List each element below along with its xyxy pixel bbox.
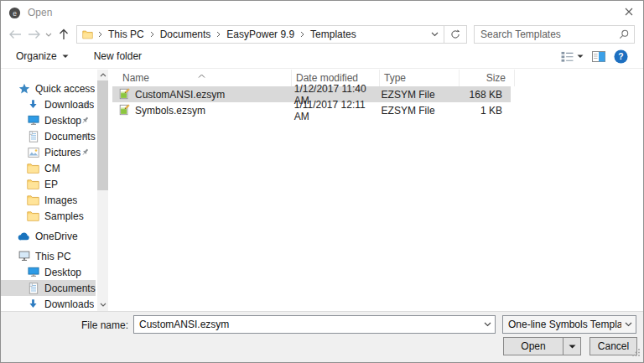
sidebar-item-images[interactable]: Images <box>1 192 96 208</box>
sidebar-item-label: EP <box>44 179 58 190</box>
file-name-dropdown-chevron-icon[interactable] <box>480 322 495 327</box>
file-type: EZSYM File <box>377 102 456 118</box>
sidebar-item-label: Documents <box>44 283 96 294</box>
desktop-icon <box>27 114 39 127</box>
search-box <box>474 25 635 44</box>
refresh-button[interactable] <box>444 25 467 44</box>
file-name-combobox <box>133 315 496 334</box>
downloads-icon <box>27 298 39 310</box>
breadcrumb-segment-documents[interactable]: Documents <box>158 29 213 40</box>
file-size: 1 KB <box>456 102 511 118</box>
folder-icon <box>27 178 39 190</box>
sidebar-list: Quick accessDownloadsDesktopDocumentsPic… <box>1 80 112 311</box>
address-bar: This PCDocumentsEasyPower 9.9Templates <box>1 24 643 44</box>
pin-icon <box>80 100 90 110</box>
file-date: 1/11/2017 12:11 AM <box>290 102 377 118</box>
sidebar-item-label: Samples <box>44 210 84 222</box>
breadcrumb-separator-icon <box>94 31 106 38</box>
search-icon <box>614 29 634 39</box>
sidebar-item-samples[interactable]: Samples <box>1 208 96 224</box>
this-pc-icon <box>18 250 30 262</box>
new-folder-button[interactable]: New folder <box>94 50 142 62</box>
open-button[interactable]: Open <box>503 337 564 355</box>
breadcrumb: This PCDocumentsEasyPower 9.9Templates <box>94 29 427 40</box>
file-name: CustomANSI.ezsym <box>135 89 225 101</box>
sidebar-item-cm[interactable]: CM <box>1 160 96 176</box>
scroll-up-icon[interactable] <box>97 70 108 80</box>
views-chevron-icon <box>577 54 584 59</box>
column-headers: Name Date modified Type Size <box>112 70 643 86</box>
titlebar: e Open <box>1 1 643 24</box>
file-list: Name Date modified Type Size CustomANSI.… <box>112 70 643 311</box>
column-header-name[interactable]: Name <box>112 70 292 86</box>
up-button[interactable] <box>54 25 73 44</box>
sidebar-item-label: Downloads <box>44 298 94 310</box>
recent-locations-chevron-icon[interactable] <box>44 25 54 44</box>
breadcrumb-segment-this-pc[interactable]: This PC <box>106 29 146 40</box>
help-button[interactable]: ? <box>614 49 628 64</box>
search-input[interactable] <box>475 29 614 40</box>
dialog-footer: File name: One-line Symbols Template Fil… <box>1 311 643 362</box>
cancel-button[interactable]: Cancel <box>589 337 637 355</box>
breadcrumb-separator-icon <box>212 31 225 38</box>
file-type-dropdown[interactable]: One-line Symbols Template File <box>502 315 636 334</box>
window-title: Open <box>28 7 52 18</box>
sidebar-item-label: Images <box>44 194 77 206</box>
sidebar-item-label: This PC <box>35 251 71 262</box>
ezsym-file-icon <box>118 88 131 101</box>
organize-button[interactable]: Organize <box>16 50 69 62</box>
sidebar-item-quick-access[interactable]: Quick access <box>1 80 96 96</box>
svg-text:e: e <box>13 8 17 17</box>
address-dropdown-chevron-icon[interactable] <box>427 32 444 37</box>
open-dialog: e Open This PCDocumentsEasyPower 9.9Temp… <box>0 0 644 363</box>
file-name-input[interactable] <box>134 319 480 330</box>
sidebar-item-documents[interactable]: Documents <box>1 128 96 144</box>
breadcrumb-segment-templates[interactable]: Templates <box>309 29 358 40</box>
sidebar-item-onedrive[interactable]: OneDrive <box>1 228 96 244</box>
documents-icon <box>27 130 39 143</box>
sidebar-item-desktop[interactable]: Desktop <box>1 264 96 280</box>
sidebar-item-pictures[interactable]: Pictures <box>1 144 96 160</box>
column-header-size[interactable]: Size <box>460 70 515 86</box>
pin-icon <box>80 116 90 126</box>
sidebar-item-downloads[interactable]: Downloads <box>1 296 96 311</box>
details-view-button[interactable] <box>561 51 584 62</box>
desktop-icon <box>27 266 39 278</box>
file-type-chevron-icon <box>621 322 636 327</box>
preview-pane-button[interactable] <box>592 51 605 62</box>
column-header-date[interactable]: Date modified <box>292 70 380 86</box>
downloads-icon <box>27 98 39 111</box>
sidebar-item-documents[interactable]: Documents <box>1 280 96 296</box>
file-type: EZSYM File <box>377 86 456 102</box>
file-rows: CustomANSI.ezsym1/12/2017 11:40 AMEZSYM … <box>112 86 643 118</box>
open-split-arrow-button[interactable] <box>563 337 581 355</box>
sidebar-item-label: CM <box>44 163 60 174</box>
sidebar-scrollbar[interactable] <box>97 70 108 311</box>
sidebar-item-this-pc[interactable]: This PC <box>1 248 96 264</box>
sidebar-item-label: Desktop <box>44 115 81 127</box>
pin-icon <box>80 132 90 142</box>
sidebar-item-ep[interactable]: EP <box>1 176 96 192</box>
forward-button[interactable] <box>25 25 44 44</box>
column-header-type[interactable]: Type <box>380 70 460 86</box>
scrollbar-thumb[interactable] <box>97 80 108 190</box>
sidebar-item-downloads[interactable]: Downloads <box>1 96 96 112</box>
folder-icon <box>81 29 94 40</box>
command-toolbar: Organize New folder ? <box>1 44 643 69</box>
app-icon: e <box>8 7 21 19</box>
file-name: Symbols.ezsym <box>135 105 205 117</box>
breadcrumb-separator-icon <box>146 31 158 38</box>
folder-icon <box>27 194 39 206</box>
breadcrumb-segment-easypower-9-9[interactable]: EasyPower 9.9 <box>225 29 296 40</box>
address-box[interactable]: This PCDocumentsEasyPower 9.9Templates <box>76 25 444 44</box>
main-area: Quick accessDownloadsDesktopDocumentsPic… <box>1 70 643 311</box>
folder-icon <box>27 210 39 222</box>
back-button[interactable] <box>6 25 25 44</box>
sidebar-item-label: Quick access <box>35 83 95 95</box>
sidebar-item-desktop[interactable]: Desktop <box>1 112 96 128</box>
pin-icon <box>80 148 90 158</box>
scroll-down-icon[interactable] <box>97 299 108 310</box>
resize-grip[interactable] <box>631 348 641 360</box>
file-row-symbols-ezsym[interactable]: Symbols.ezsym1/11/2017 12:11 AMEZSYM Fil… <box>112 102 511 118</box>
close-button[interactable] <box>615 1 643 23</box>
